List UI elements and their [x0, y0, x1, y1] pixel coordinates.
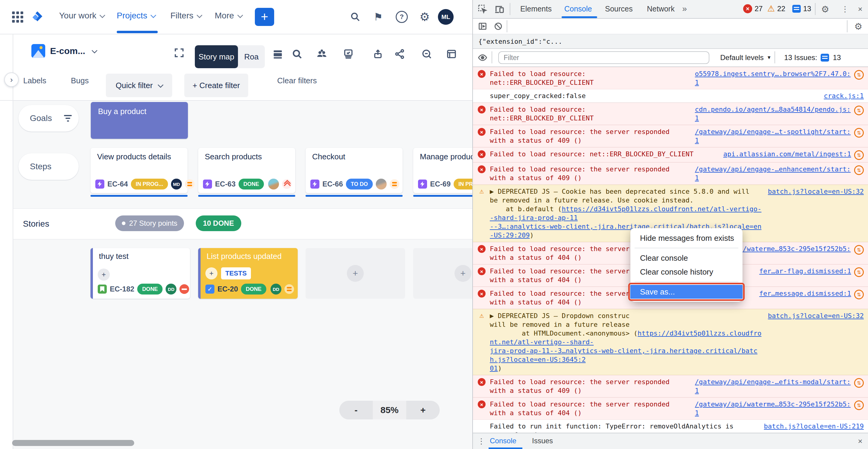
source-link[interactable]: /gateway/api/engage-…t-spotlight/start:1 [695, 127, 851, 145]
console-error-row[interactable]: × Failed to load resource: the server re… [473, 125, 868, 147]
source-link[interactable]: fer…ar-flag.dismissed:1 [759, 267, 851, 275]
goals-row-label[interactable]: Goals [19, 105, 79, 131]
step-card[interactable]: Checkout EC-66 TO DO [306, 148, 403, 193]
stack-link[interactable]: jira-prod-ap-11--3…nalytics-web-client,-… [490, 347, 757, 363]
label-chip[interactable]: TESTS [221, 267, 251, 279]
quick-filter-dropdown[interactable]: Quick filter [106, 73, 172, 97]
help-icon[interactable]: ? [394, 9, 409, 25]
more-tabs-icon[interactable]: » [682, 0, 687, 18]
console-error-row[interactable]: × Failed to load resource: the server re… [473, 162, 868, 185]
user-avatar[interactable]: ML [438, 9, 454, 25]
tab-roadmap[interactable]: Roa [238, 45, 265, 68]
goal-card[interactable]: Buy a product [91, 102, 188, 139]
drawer-tab-issues[interactable]: Issues [532, 433, 553, 448]
assignee-photo-avatar[interactable] [376, 179, 386, 189]
fullscreen-icon[interactable] [174, 47, 185, 59]
menu-item-clear-console-history[interactable]: Clear console history [630, 265, 743, 279]
devtools-settings-icon[interactable]: ⚙ [818, 3, 832, 15]
console-filter-input[interactable] [498, 51, 709, 64]
add-button[interactable]: + [206, 267, 217, 279]
add-button[interactable]: + [98, 269, 110, 280]
story-card-selected[interactable]: List products updated + TESTS ✓ EC-20 DO… [198, 248, 298, 299]
view-switcher[interactable]: Story map Roa [195, 45, 265, 68]
menu-item-save-as[interactable]: Save as... [630, 285, 743, 299]
expand-sidebar-button[interactable]: › [4, 72, 19, 87]
rows-icon[interactable] [271, 47, 285, 61]
console-error-row[interactable]: × Failed to load resource:net::ERR_BLOCK… [473, 102, 868, 125]
drawer-tab-console[interactable]: Console [490, 433, 516, 448]
flag-icon[interactable]: ⚑ [370, 9, 386, 25]
card-layout-icon[interactable] [444, 47, 459, 61]
zoom-out-button[interactable]: - [339, 401, 373, 419]
clear-filters-button[interactable]: Clear filters [277, 76, 317, 85]
search-icon[interactable] [347, 9, 363, 25]
console-error-row[interactable]: × Failed to load resource: the server re… [473, 375, 868, 397]
issues-counter[interactable]: 13 Issues:13 [784, 49, 841, 66]
checkbox-icon[interactable]: ✓ [206, 285, 214, 294]
assignee-photo-avatar[interactable] [268, 179, 279, 189]
zoom-in-button[interactable]: + [406, 401, 440, 419]
stack-link[interactable]: 01 [490, 364, 498, 372]
source-link[interactable]: batch.js?locale=en-US:219 [764, 422, 864, 430]
console-settings-icon[interactable]: ⚙ [852, 20, 865, 32]
source-link[interactable]: fer…message.dismissed:1 [759, 289, 851, 298]
empty-story-slot[interactable]: + [306, 248, 405, 299]
step-card[interactable]: Manage products EC-69 IN PROG... [413, 148, 472, 193]
create-filter-button[interactable]: + Create filter [184, 73, 248, 97]
source-link[interactable]: batch.js?locale=en-US:32 [768, 311, 864, 320]
inspect-element-icon[interactable] [476, 3, 489, 15]
source-link[interactable]: batch.js?locale=en-US:32 [768, 187, 864, 196]
jira-logo-icon[interactable] [30, 9, 45, 25]
source-link[interactable]: cdn.pendo.io/agent/s…8aa54814/pendo.js:1 [695, 105, 851, 122]
tab-sources[interactable]: Sources [605, 0, 633, 18]
console-log-row[interactable]: Failed to run init function: TypeError: … [473, 420, 868, 433]
issues-count-badge[interactable]: 13 [792, 0, 811, 18]
steps-row-label[interactable]: Steps [19, 153, 79, 180]
menu-item-hide-messages[interactable]: Hide messages from exists [630, 231, 743, 245]
empty-story-slot[interactable]: + [413, 248, 472, 299]
nav-filters[interactable]: Filters [170, 0, 201, 31]
export-icon[interactable] [371, 47, 385, 61]
source-link[interactable]: /gateway/api/engage-…efits-modal/start:1 [695, 378, 851, 395]
tab-elements[interactable]: Elements [520, 0, 552, 18]
close-devtools-icon[interactable]: × [854, 3, 867, 15]
source-link[interactable]: o55978.ingest.sentry….browser%2F7.47.0:1 [695, 69, 851, 87]
story-card[interactable]: thuy test + EC-182 DONE DD [91, 248, 190, 299]
kebab-menu-icon[interactable]: ⋮ [838, 3, 852, 15]
source-link[interactable]: /gateway/api/engage-…enhancement/start:1 [695, 165, 851, 182]
console-sidebar-icon[interactable] [476, 20, 489, 32]
nav-your-work[interactable]: Your work [59, 0, 104, 31]
filter-labels[interactable]: Labels [23, 76, 46, 85]
nav-more[interactable]: More [215, 0, 242, 31]
assignee-avatar[interactable]: DD [165, 283, 177, 295]
step-card[interactable]: View products details EC-64 IN PROG... M… [91, 148, 188, 193]
app-switcher-icon[interactable] [10, 9, 25, 25]
source-link[interactable]: /gateway/api/waterme…853c-295e15f252b5:1 [695, 400, 851, 417]
drawer-kebab-icon[interactable]: ⋮ [475, 435, 488, 447]
live-expression-eye-icon[interactable] [476, 52, 489, 64]
tab-network[interactable]: Network [647, 0, 675, 18]
log-levels-dropdown[interactable]: Default levels▼ [720, 49, 772, 66]
board-search-icon[interactable] [290, 47, 304, 61]
console-error-row[interactable]: × Failed to load resource: the server re… [473, 397, 868, 420]
console-error-row[interactable]: × Failed to load resource:net::ERR_BLOCK… [473, 67, 868, 89]
horizontal-scrollbar-thumb[interactable] [12, 440, 134, 446]
source-link[interactable]: api.atlassian.com/metal/ingest:1 [723, 150, 851, 158]
settings-gear-icon[interactable]: ⚙ [417, 9, 433, 25]
project-avatar[interactable] [31, 44, 45, 58]
source-link[interactable]: crack.js:1 [824, 91, 864, 100]
device-toolbar-icon[interactable] [493, 3, 506, 15]
console-error-row[interactable]: × Failed to load resource: net::ERR_BLOC… [473, 147, 868, 162]
close-drawer-icon[interactable]: × [854, 435, 867, 447]
team-icon[interactable] [315, 47, 329, 61]
board-check-icon[interactable] [341, 47, 355, 61]
comment-search-icon[interactable] [420, 47, 434, 61]
assignee-avatar[interactable]: DD [271, 283, 281, 295]
console-log-row[interactable]: super_copy_cracked:false crack.js:1 [473, 89, 868, 102]
clear-console-icon[interactable] [492, 20, 505, 32]
error-count-badge[interactable]: ×27 [743, 0, 763, 18]
create-button[interactable]: + [255, 8, 274, 26]
project-name[interactable]: E-com... [50, 44, 96, 58]
tab-story-map[interactable]: Story map [195, 45, 238, 68]
menu-item-clear-console[interactable]: Clear console [630, 251, 743, 265]
